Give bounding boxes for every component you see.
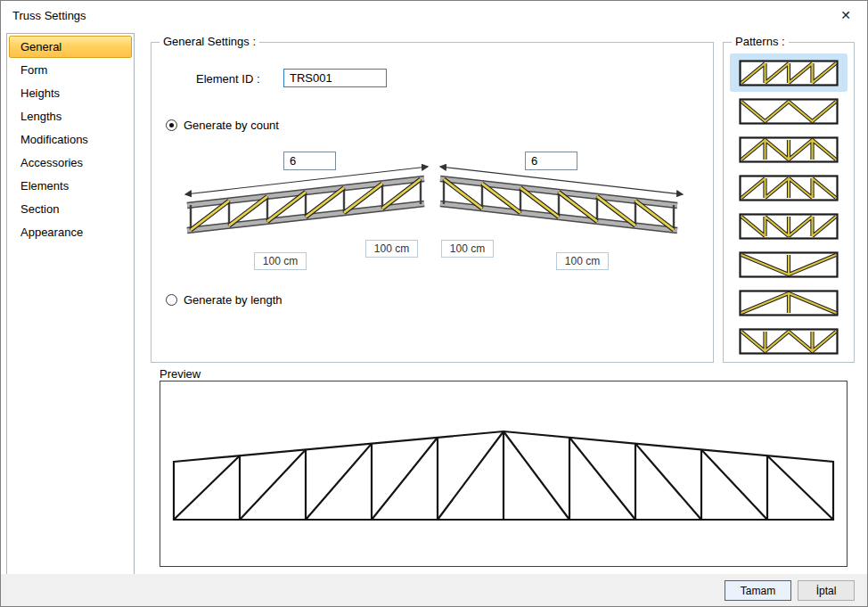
truss-pattern-away-center-icon xyxy=(739,213,839,240)
pattern-option-2[interactable] xyxy=(730,92,848,130)
truss-pattern-long-v-icon xyxy=(739,251,839,278)
truss-pattern-warren-icon xyxy=(739,98,839,125)
sidebar-item-elements[interactable]: Elements xyxy=(9,175,132,197)
right-truss-count-input[interactable] xyxy=(525,152,577,170)
element-id-label: Element ID : xyxy=(196,72,260,86)
element-id-input[interactable] xyxy=(283,69,387,87)
sidebar-item-heights[interactable]: Heights xyxy=(9,82,132,104)
left-truss-bottom-dim-input[interactable] xyxy=(254,252,307,270)
patterns-group: Patterns : xyxy=(723,42,855,363)
footer-bar: Tamam İptal xyxy=(1,574,867,606)
sidebar-item-form[interactable]: Form xyxy=(9,59,132,81)
sidebar-item-accessories[interactable]: Accessories xyxy=(9,152,132,174)
patterns-group-label: Patterns : xyxy=(732,35,789,48)
general-settings-group: General Settings : Element ID : Generate… xyxy=(151,42,714,363)
close-button[interactable]: ✕ xyxy=(831,5,860,25)
generate-by-length-label: Generate by length xyxy=(184,293,283,307)
pattern-option-7[interactable] xyxy=(730,283,848,322)
pattern-option-6[interactable] xyxy=(730,245,848,283)
ok-button[interactable]: Tamam xyxy=(725,580,791,601)
truss-pattern-diagonals-right-icon xyxy=(739,60,839,86)
sidebar: General Form Heights Lengths Modificatio… xyxy=(6,33,135,575)
sidebar-item-modifications[interactable]: Modifications xyxy=(9,128,132,151)
sidebar-item-general[interactable]: General xyxy=(9,36,132,58)
generate-by-length-radio[interactable] xyxy=(166,294,177,306)
title-bar: Truss Settings ✕ xyxy=(1,1,867,29)
preview-label: Preview xyxy=(160,367,201,381)
truss-count-diagram xyxy=(173,143,692,282)
truss-pattern-double-v-icon xyxy=(739,328,839,355)
pattern-option-4[interactable] xyxy=(730,168,848,207)
preview-panel xyxy=(160,381,848,567)
sidebar-item-section[interactable]: Section xyxy=(9,198,132,220)
truss-pattern-toward-center-icon xyxy=(739,175,839,201)
pattern-option-1[interactable] xyxy=(730,53,848,92)
sidebar-item-lengths[interactable]: Lengths xyxy=(9,105,132,127)
right-truss-end-dim-input[interactable] xyxy=(441,240,494,258)
truss-pattern-long-a-icon xyxy=(739,290,839,316)
generate-by-count-radio[interactable] xyxy=(166,119,177,131)
left-truss-end-dim-input[interactable] xyxy=(365,240,418,258)
general-settings-group-label: General Settings : xyxy=(160,35,259,48)
pattern-option-3[interactable] xyxy=(730,130,848,168)
pattern-option-5[interactable] xyxy=(730,207,848,245)
right-truss-bottom-dim-input[interactable] xyxy=(556,252,609,270)
left-truss-count-input[interactable] xyxy=(283,152,336,170)
window-title: Truss Settings xyxy=(12,9,86,22)
truss-settings-dialog: Truss Settings ✕ General Form Heights Le… xyxy=(0,0,868,607)
cancel-button[interactable]: İptal xyxy=(798,580,855,601)
preview-truss-drawing xyxy=(165,390,842,558)
close-icon: ✕ xyxy=(840,8,851,22)
pattern-option-8[interactable] xyxy=(730,322,848,360)
truss-pattern-warren-verticals-icon xyxy=(739,136,839,163)
generate-by-count-label: Generate by count xyxy=(184,119,279,132)
sidebar-item-appearance[interactable]: Appearance xyxy=(9,221,132,243)
